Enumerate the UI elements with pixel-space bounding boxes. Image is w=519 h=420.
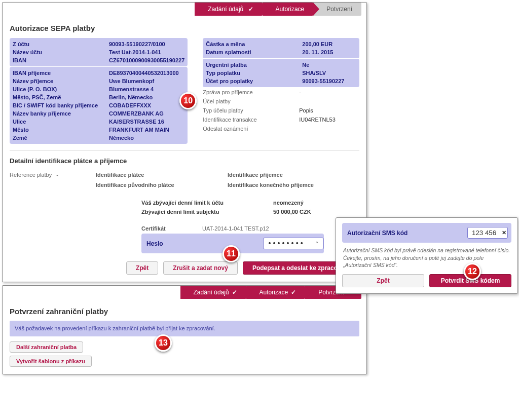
amount-block: Částka a měna200,00 EUR Datum splatnosti… [203, 38, 359, 58]
password-label: Heslo [146, 240, 202, 247]
back-button[interactable]: Zpět [126, 261, 158, 275]
wizard-step-2: Autorizace [263, 3, 314, 16]
confirm-title: Potvrzení zahraniční platby [10, 307, 359, 316]
sender-account-block: Z účtu90093-55190227/0100 Název účtuTest… [10, 38, 188, 66]
wizard-step-1: Zadání údajů ✓ [195, 3, 262, 16]
page-title: Autorizace SEPA platby [10, 24, 359, 32]
confirm-message: Váš požadavek na provedení příkazu k zah… [10, 321, 359, 336]
wizard-steps: Zadání údajů ✓ Autorizace Potvrzení [3, 3, 366, 16]
check-icon: ✓ [291, 286, 296, 299]
fee-block: Urgentní platbaNe Typ poplatkuSHA/SLV Úč… [203, 59, 359, 87]
check-icon: ✓ [248, 3, 253, 16]
badge-11: 11 [223, 245, 240, 262]
sms-code-label: Autorizační SMS kód [347, 230, 463, 237]
badge-12: 12 [464, 263, 481, 280]
wizard-step-1-label: Zadání údajů [208, 6, 243, 13]
create-template-button[interactable]: Vytvořit šablonu z příkazu [10, 356, 92, 367]
badge-10: 10 [179, 92, 197, 109]
check-icon: ✓ [232, 286, 237, 299]
sms-info-text: Autorizační SMS kód byl právě odeslán na… [343, 247, 510, 269]
reveal-password-icon[interactable]: ⌃ [315, 241, 319, 246]
cancel-button[interactable]: Zrušit a zadat nový [163, 261, 238, 275]
sms-back-button[interactable]: Zpět [342, 274, 424, 287]
wizard-step-3: Potvrzení [313, 3, 361, 16]
recipient-block: IBAN příjemceDE89370400440532013000 Náze… [10, 67, 188, 144]
wizard-step-2c: Autorizace✓ [246, 286, 306, 299]
next-payment-button[interactable]: Další zahraniční platba [10, 341, 83, 353]
clear-sms-icon[interactable]: ✕ [502, 230, 506, 236]
wizard-step-3-label: Potvrzení [326, 6, 352, 13]
wizard-step-1c: Zadání údajů✓ [180, 286, 246, 299]
badge-13: 13 [155, 334, 172, 352]
sms-auth-panel: Autorizační SMS kód ✕ Autorizační SMS kó… [336, 217, 518, 294]
wizard-step-2-label: Autorizace [276, 6, 305, 13]
wizard-steps-confirm: Zadání údajů✓ Autorizace✓ Potvrzení✓ [3, 286, 366, 299]
detail-identification-title: Detailní identifikace plátce a příjemce [10, 157, 359, 165]
